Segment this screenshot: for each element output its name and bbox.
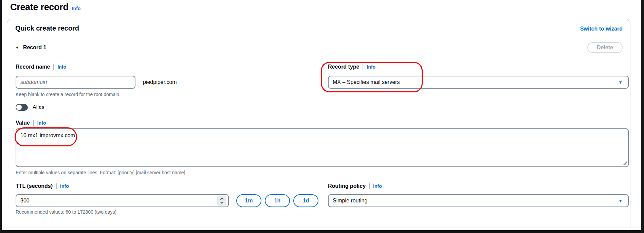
window-edge-right: [641, 0, 644, 230]
label-divider: [363, 64, 363, 70]
routing-policy-selected-value: Simple routing: [333, 198, 367, 204]
caret-down-icon: ▼: [618, 199, 623, 203]
routing-policy-info-link[interactable]: Info: [373, 183, 382, 189]
card-header: Quick create record Switch to wizard: [15, 24, 623, 32]
routing-policy-label: Routing policy: [328, 183, 366, 189]
alias-label: Alias: [33, 104, 44, 110]
record-1-title: Record 1: [23, 44, 46, 51]
label-divider: [33, 120, 34, 126]
page-title-info-link[interactable]: Info: [72, 6, 81, 11]
record-name-field-row: piedpiper.com: [16, 76, 177, 89]
value-label-row: Value Info: [16, 120, 46, 126]
ttl-1d-button[interactable]: 1d: [293, 194, 318, 207]
record-name-label-row: Record name Info: [16, 64, 66, 70]
record-type-selected-value: MX – Specifies mail servers: [333, 79, 400, 85]
stepper-down-icon[interactable]: [220, 200, 223, 204]
ttl-1m-button[interactable]: 1m: [236, 194, 261, 207]
ttl-info-link[interactable]: Info: [60, 183, 69, 189]
record-type-label: Record type: [328, 64, 359, 70]
ttl-input[interactable]: [16, 194, 229, 207]
window-edge-left: [0, 0, 2, 230]
label-divider: [53, 64, 54, 70]
record-name-label: Record name: [16, 64, 50, 70]
section-divider: [3, 228, 640, 228]
root-domain-suffix: piedpiper.com: [143, 79, 177, 85]
record-name-help-text: Keep blank to create a record for the ro…: [16, 92, 121, 97]
ttl-label-row: TTL (seconds) Info: [16, 183, 69, 190]
record-1-expander[interactable]: ▼ Record 1: [15, 44, 46, 51]
value-textarea[interactable]: 10 mx1.improvmx.com: [16, 128, 629, 167]
record-type-select[interactable]: MX – Specifies mail servers ▼: [328, 76, 629, 89]
alias-toggle[interactable]: [16, 104, 28, 111]
value-label: Value: [16, 120, 30, 126]
ttl-quick-buttons: 1m 1h 1d: [236, 194, 318, 207]
collapse-triangle-icon: ▼: [15, 46, 19, 50]
resize-handle-icon[interactable]: [622, 161, 627, 167]
page-title: Create record: [10, 2, 69, 13]
record-name-input[interactable]: [16, 76, 135, 89]
page-header: Create record Info: [10, 2, 80, 13]
window-edge-bottom: [0, 230, 644, 233]
toggle-knob-icon: [16, 105, 22, 110]
record-name-info-link[interactable]: Info: [57, 64, 66, 70]
label-divider: [369, 183, 370, 189]
card-title: Quick create record: [15, 24, 79, 32]
delete-record-button[interactable]: Delete: [587, 42, 623, 53]
ttl-field: [16, 194, 229, 207]
record-section-header: ▼ Record 1 Delete: [15, 42, 623, 53]
ttl-help-text: Recommended values: 60 to 172800 (two da…: [16, 209, 116, 215]
routing-policy-select[interactable]: Simple routing ▼: [328, 194, 629, 207]
ttl-label: TTL (seconds): [16, 183, 53, 189]
caret-down-icon: ▼: [618, 80, 623, 85]
label-divider: [56, 183, 57, 189]
record-type-info-link[interactable]: Info: [367, 64, 375, 70]
ttl-stepper[interactable]: [217, 196, 226, 206]
value-help-text: Enter multiple values on separate lines.…: [16, 170, 185, 175]
routing-policy-label-row: Routing policy Info: [328, 183, 382, 190]
value-info-link[interactable]: Info: [37, 120, 46, 126]
quick-create-record-card: Quick create record Switch to wizard ▼ R…: [7, 19, 630, 228]
alias-row: Alias: [16, 104, 44, 111]
record-type-label-row: Record type Info: [328, 64, 375, 70]
ttl-1h-button[interactable]: 1h: [265, 194, 290, 207]
switch-to-wizard-link[interactable]: Switch to wizard: [580, 26, 623, 32]
